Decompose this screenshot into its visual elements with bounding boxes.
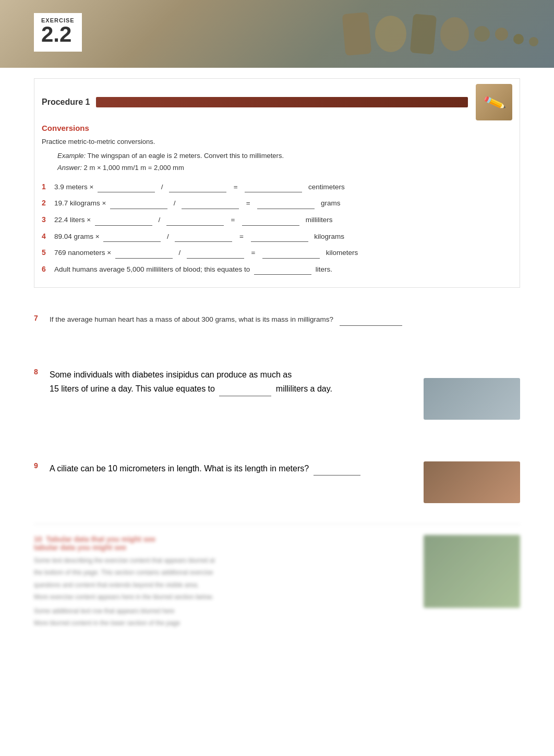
q9-image: [424, 461, 520, 503]
bottom-section: 10 Tabular data that you might see tabul…: [34, 524, 520, 630]
q8-image: [424, 378, 520, 420]
exercise-number: 2.2: [41, 23, 75, 45]
q4-blank1[interactable]: [103, 234, 161, 242]
main-content: Procedure 1 Conversions Practice metric-…: [0, 68, 554, 756]
q5-blank2[interactable]: [187, 250, 244, 259]
q9-number: 9: [34, 461, 50, 470]
page-header: EXERCISE 2.2: [0, 0, 554, 68]
procedure-title: Procedure 1: [42, 97, 90, 107]
q2-text: 19.7 kilograms × / = grams: [54, 198, 512, 209]
q2-blank1[interactable]: [110, 201, 167, 209]
q3-text: 22.4 liters × / = milliliters: [54, 214, 512, 226]
q9-blank[interactable]: [314, 467, 360, 475]
q1-text: 3.9 meters × / = centimeters: [54, 181, 512, 193]
question-6: 6 Adult humans average 5,000 milliliters…: [42, 264, 512, 275]
question-8-wrapper: 8 Some individuals with diabetes insipid…: [34, 368, 520, 420]
q6-blank[interactable]: [254, 266, 311, 275]
bottom-title: 10 Tabular data that you might see tabul…: [34, 535, 413, 552]
q4-blank3[interactable]: [251, 234, 308, 242]
procedure-header: Procedure 1: [42, 84, 512, 120]
question-4: 4 89.04 grams × / = kilograms: [42, 231, 512, 242]
q4-number: 4: [42, 232, 54, 240]
bottom-extra2: More blurred content in the lower sectio…: [34, 618, 413, 628]
q5-blank3[interactable]: [262, 250, 320, 259]
questions-1-5: 1 3.9 meters × / = centimeters 2 19.7 ki…: [42, 181, 512, 259]
example-block: Example: The wingspan of an eagle is 2 m…: [57, 150, 512, 174]
section-intro: Practice metric-to-metric conversions.: [42, 138, 512, 145]
question-2: 2 19.7 kilograms × / = grams: [42, 198, 512, 209]
bottom-extra1: Some additional text row that appears bl…: [34, 606, 413, 616]
q7-number: 7: [34, 314, 50, 322]
q7-content: If the average human heart has a mass of…: [50, 314, 520, 326]
q6-number: 6: [42, 265, 54, 273]
q3-blank1[interactable]: [95, 217, 152, 226]
q3-blank2[interactable]: [166, 217, 224, 226]
q6-text: Adult humans average 5,000 milliliters o…: [54, 264, 512, 275]
q5-blank1[interactable]: [115, 250, 173, 259]
procedure-title-block: Procedure 1: [42, 84, 468, 120]
exercise-box: EXERCISE 2.2: [34, 13, 82, 52]
q9-content: A ciliate can be 10 micrometers in lengt…: [50, 461, 413, 475]
q1-blank1[interactable]: [98, 184, 155, 192]
question-8: 8 Some individuals with diabetes insipid…: [34, 368, 413, 396]
q3-blank3[interactable]: [242, 217, 299, 226]
question-5: 5 769 nanometers × / = kilometers: [42, 247, 512, 259]
q4-blank2[interactable]: [175, 234, 232, 242]
procedure-block: Procedure 1 Conversions Practice metric-…: [34, 78, 520, 288]
bottom-body4: More exercise content appears here in th…: [34, 592, 413, 602]
q2-blank2[interactable]: [182, 201, 239, 209]
q1-number: 1: [42, 182, 54, 191]
header-decoration: [173, 0, 538, 68]
q1-blank2[interactable]: [169, 184, 226, 192]
question-1: 1 3.9 meters × / = centimeters: [42, 181, 512, 193]
question-9: 9 A ciliate can be 10 micrometers in len…: [34, 461, 413, 475]
example-line2: Answer: 2 m × 1,000 mm/1 m = 2,000 mm: [57, 162, 512, 174]
q1-blank3[interactable]: [245, 184, 302, 192]
question-7: 7 If the average human heart has a mass …: [34, 314, 520, 326]
bottom-body2: the bottom of this page. This section co…: [34, 568, 413, 578]
example-line1: Example: The wingspan of an eagle is 2 m…: [57, 150, 512, 162]
q3-number: 3: [42, 215, 54, 224]
q8-number: 8: [34, 368, 50, 376]
q7-blank[interactable]: [340, 318, 402, 326]
q8-content: Some individuals with diabetes insipidus…: [50, 368, 413, 396]
question-3: 3 22.4 liters × / = milliliters: [42, 214, 512, 226]
procedure-icon: [476, 84, 512, 120]
section-subtitle: Conversions: [42, 124, 512, 132]
bottom-image: [424, 535, 520, 608]
bottom-body1: Some text describing the exercise conten…: [34, 556, 413, 566]
q4-text: 89.04 grams × / = kilograms: [54, 231, 512, 242]
procedure-bar: [96, 97, 468, 107]
q2-blank3[interactable]: [257, 201, 315, 209]
bottom-section-inner: 10 Tabular data that you might see tabul…: [34, 535, 520, 630]
bottom-text-block: 10 Tabular data that you might see tabul…: [34, 535, 413, 630]
question-9-wrapper: 9 A ciliate can be 10 micrometers in len…: [34, 461, 520, 503]
q5-number: 5: [42, 248, 54, 257]
q8-blank[interactable]: [219, 388, 271, 396]
q2-number: 2: [42, 199, 54, 207]
bottom-body3: questions and content that extends beyon…: [34, 580, 413, 590]
q5-text: 769 nanometers × / = kilometers: [54, 247, 512, 259]
